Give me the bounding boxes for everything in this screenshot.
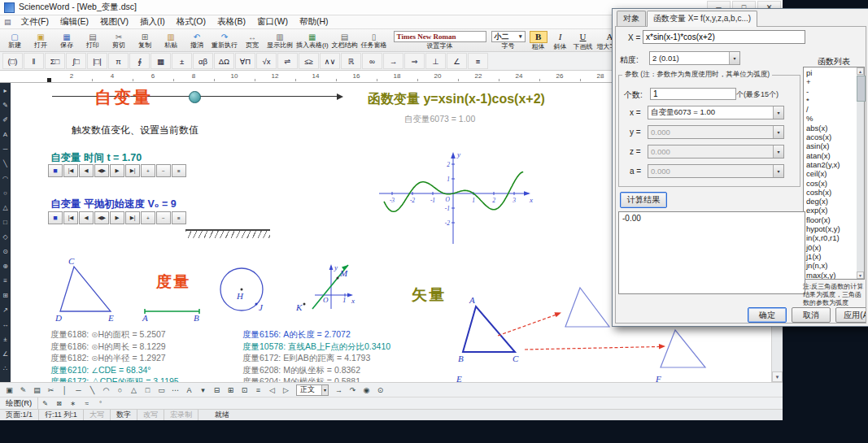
draw-tool-button[interactable]: ⊠ bbox=[52, 399, 66, 408]
math-symbol-button[interactable]: ⇒ bbox=[404, 53, 425, 69]
menu-item[interactable]: 插入(I) bbox=[134, 16, 171, 28]
draw-tool-button[interactable]: △ bbox=[127, 384, 141, 396]
math-symbol-button[interactable]: ℝ bbox=[341, 53, 361, 69]
function-list-item[interactable]: in(x,r0,r1) bbox=[806, 233, 864, 242]
parameter-select[interactable]: 0.000 ▾ bbox=[648, 164, 784, 178]
math-symbol-button[interactable]: αβ bbox=[193, 53, 213, 69]
toolbar-button[interactable]: ↶ 撤消 bbox=[184, 30, 210, 50]
drawing-tool-icon[interactable]: ○ bbox=[3, 185, 7, 200]
draw-tool-button[interactable]: ◠ bbox=[99, 384, 113, 396]
status-toggle[interactable]: 数字 bbox=[111, 410, 137, 420]
draw-tool-button[interactable]: │ bbox=[58, 384, 72, 396]
math-symbol-button[interactable]: → bbox=[383, 53, 403, 69]
parameter-select[interactable]: 0.000 ▾ bbox=[648, 145, 784, 159]
draw-tool-button[interactable]: ⊡ bbox=[238, 384, 251, 396]
media-button[interactable]: ◀▶ bbox=[94, 211, 109, 224]
drawing-tool-icon[interactable]: △ bbox=[2, 200, 7, 215]
underline-button[interactable]: U 下画线 bbox=[574, 31, 593, 50]
function-list-item[interactable]: * bbox=[806, 96, 864, 105]
draw-tool-button[interactable]: A bbox=[182, 384, 196, 396]
function-list-item[interactable]: asin(x) bbox=[806, 141, 864, 150]
media-button[interactable]: |◀ bbox=[63, 164, 78, 177]
drawing-tool-icon[interactable]: ╲ bbox=[3, 156, 7, 171]
menu-item[interactable]: 格式(O) bbox=[171, 16, 212, 28]
draw-tool-button[interactable]: ✂ bbox=[44, 384, 58, 396]
media-button[interactable]: ▶| bbox=[125, 211, 140, 224]
draw-tool-button[interactable]: □ bbox=[141, 384, 155, 396]
function-list-item[interactable]: hypot(x,y) bbox=[806, 224, 864, 233]
draw-tool-button[interactable]: ⊞ bbox=[224, 384, 238, 396]
draw-tool-button[interactable]: ╲ bbox=[85, 384, 99, 396]
toolbar-button[interactable]: ▯ 任务窗格 bbox=[360, 30, 389, 50]
function-list-item[interactable]: ceil(x) bbox=[806, 169, 864, 178]
menu-item[interactable]: 表格(B) bbox=[212, 16, 251, 28]
toolbar-button[interactable]: ⊞ 复制 bbox=[132, 30, 158, 50]
scroll-down-icon[interactable]: ▼ bbox=[772, 371, 783, 382]
toolbar-button[interactable]: ▥ 粘贴 bbox=[158, 30, 184, 50]
draw-tool-button[interactable]: ─ bbox=[72, 384, 85, 396]
toolbar-button[interactable]: ↷ 重新执行 bbox=[210, 30, 239, 50]
scroll-down-icon[interactable]: ▼ bbox=[857, 271, 864, 279]
cancel-button[interactable]: 取消 bbox=[792, 307, 831, 323]
font-size-select[interactable]: 小二 ▾ 字号 bbox=[491, 31, 526, 50]
media-button[interactable]: ≡ bbox=[172, 211, 186, 224]
function-list-item[interactable]: abs(x) bbox=[806, 124, 864, 132]
math-symbol-button[interactable]: ΔΩ bbox=[214, 53, 234, 69]
bold-button[interactable]: B 粗体 bbox=[530, 31, 547, 50]
media-button[interactable]: ▶ bbox=[110, 211, 124, 224]
dialog-tab[interactable]: 对象 bbox=[617, 11, 646, 26]
menu-item[interactable]: 视图(V) bbox=[94, 16, 134, 28]
draw-tool-button[interactable]: ∗ bbox=[66, 399, 80, 408]
drawing-tool-icon[interactable]: □ bbox=[3, 215, 7, 229]
media-button[interactable]: ◀▶ bbox=[94, 164, 109, 177]
draw-tool-button[interactable]: ⊙ bbox=[373, 384, 387, 396]
parameter-select[interactable]: 0.000 ▾ bbox=[648, 125, 784, 139]
menu-item[interactable]: 编辑(E) bbox=[55, 16, 94, 28]
math-symbol-button[interactable]: ⊥ bbox=[425, 53, 446, 69]
toolbar-button[interactable]: ▢ 新建 bbox=[2, 30, 28, 50]
toolbar-button[interactable]: ▦ 插入表格(I) bbox=[294, 30, 330, 50]
draw-tool-button[interactable]: ↷ bbox=[346, 384, 360, 396]
draw-tool-button[interactable]: ▷ bbox=[279, 384, 293, 396]
status-toggle[interactable]: 宏录制 bbox=[164, 410, 198, 420]
toolbar-button[interactable]: ↔ 页宽 bbox=[239, 30, 265, 50]
function-list-item[interactable]: floor(x) bbox=[806, 215, 864, 224]
scrollbar-thumb[interactable] bbox=[857, 76, 866, 102]
draw-tool-button[interactable]: ○ bbox=[113, 384, 127, 396]
scroll-up-icon[interactable]: ▲ bbox=[857, 67, 864, 75]
function-list-item[interactable]: + bbox=[806, 77, 864, 86]
toolbar-button[interactable]: ▦ 保存 bbox=[54, 30, 80, 50]
function-list-item[interactable]: exp(x) bbox=[806, 206, 864, 215]
media-button[interactable]: − bbox=[156, 211, 171, 224]
drawing-tool-icon[interactable]: ◠ bbox=[2, 171, 8, 185]
function-list-scrollbar[interactable]: ▲ ▼ bbox=[857, 67, 864, 279]
drawing-tool-icon[interactable]: ✐ bbox=[2, 112, 8, 127]
math-symbol-button[interactable]: ∧∨ bbox=[320, 53, 340, 69]
toolbar-button[interactable]: ▥ 显示比例 bbox=[265, 30, 294, 50]
drawing-tool-icon[interactable]: ≡ bbox=[3, 273, 7, 288]
draw-tool-button[interactable]: ≈ bbox=[80, 399, 94, 408]
drawing-tool-icon[interactable]: ± bbox=[3, 332, 7, 346]
draw-tool-button[interactable]: ▣ bbox=[2, 384, 16, 396]
media-button[interactable]: ◀ bbox=[79, 164, 94, 177]
math-symbol-button[interactable]: ∠ bbox=[447, 53, 467, 69]
draw-tool-button[interactable]: ◉ bbox=[360, 384, 373, 396]
media-button[interactable]: ≡ bbox=[172, 164, 186, 177]
draw-tool-button[interactable]: ▾ bbox=[196, 384, 210, 396]
math-symbol-button[interactable]: (□) bbox=[2, 53, 23, 69]
function-list-item[interactable]: jn(n,x) bbox=[806, 261, 864, 270]
apply-button[interactable]: 应用(A) bbox=[835, 307, 866, 323]
draw-tool-button[interactable]: ≡ bbox=[251, 384, 265, 396]
toolbar-button[interactable]: ▤ 打印 bbox=[80, 30, 106, 50]
drawing-tool-icon[interactable]: A bbox=[3, 127, 7, 141]
media-button[interactable]: ◀ bbox=[79, 211, 94, 224]
function-list-item[interactable]: cos(x) bbox=[806, 179, 864, 188]
media-button[interactable]: ▶| bbox=[125, 164, 140, 177]
parameter-select[interactable]: 自变量6073 = 1.00 ▾ bbox=[648, 106, 784, 119]
drawing-tool-icon[interactable]: ▸ bbox=[3, 83, 7, 98]
math-symbol-button[interactable]: ∮ bbox=[129, 53, 150, 69]
function-list-item[interactable]: - bbox=[806, 87, 864, 96]
function-list-item[interactable]: cosh(x) bbox=[806, 188, 864, 197]
draw-tool-button[interactable]: ⋯ bbox=[168, 384, 182, 396]
math-symbol-button[interactable]: ∞ bbox=[362, 53, 382, 69]
